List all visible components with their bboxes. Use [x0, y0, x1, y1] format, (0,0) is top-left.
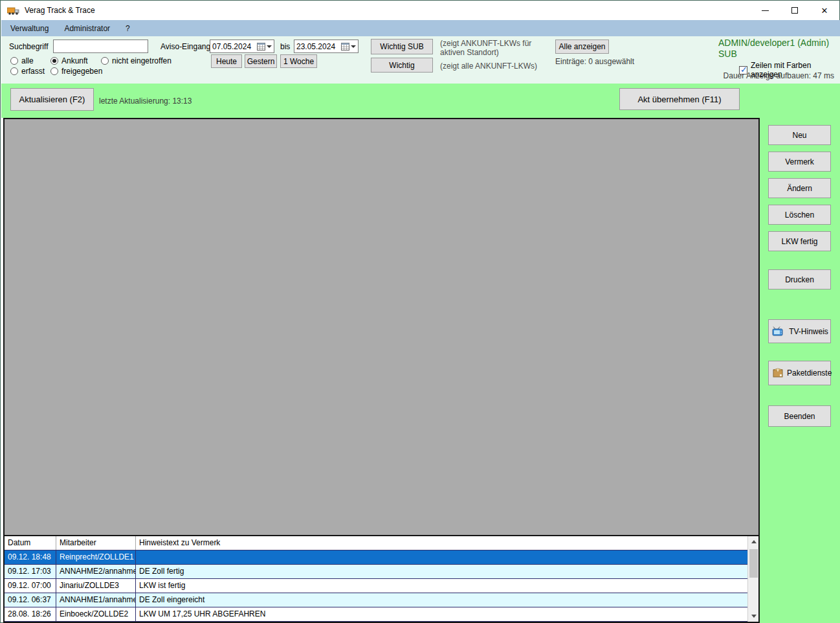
cell-mitarbeiter: ANNAHME2/annahme2 [56, 565, 136, 578]
tv-hinweis-label: TV-Hinweis [787, 327, 830, 336]
vermerk-button[interactable]: Vermerk [768, 152, 831, 172]
cell-datum: 28.08. 18:26 [5, 607, 56, 621]
paketdienste-button[interactable]: Paketdienste [768, 361, 831, 385]
table-row[interactable]: 09.12. 07:00 Jinariu/ZOLLDE3 LKW ist fer… [5, 579, 747, 593]
search-label: Suchbegriff [9, 42, 49, 51]
refresh-button[interactable]: Aktualisieren (F2) [10, 88, 94, 111]
radio-circle [10, 57, 18, 65]
filter-panel: Suchbegriff alle erfasst Ankunft freigeg… [1, 36, 840, 84]
table-row[interactable]: 09.12. 06:37 ANNAHME1/annahme1 DE Zoll e… [5, 593, 747, 607]
menu-help[interactable]: ? [119, 21, 137, 36]
radio-nicht-eingetroffen[interactable]: nicht eingetroffen [101, 56, 171, 65]
scrollbar-up-icon[interactable] [748, 536, 759, 547]
paketdienste-label: Paketdienste [787, 368, 832, 378]
tv-hinweis-button[interactable]: TV-Hinweis [768, 319, 831, 343]
menu-administrator[interactable]: Administrator [58, 21, 116, 36]
heute-button[interactable]: Heute [211, 54, 242, 68]
table-row[interactable]: 28.08. 18:26 Einboeck/ZOLLDE2 LKW UM 17,… [5, 607, 747, 622]
wichtig-button[interactable]: Wichtig [371, 58, 433, 73]
close-icon: ✕ [821, 6, 828, 16]
cell-hinweistext: LKW UM 17,25 UHR ABGEFAHREN [136, 607, 747, 621]
tv-icon [772, 326, 784, 337]
log-table: Datum Mitarbeiter Hinweistext zu Vermerk… [5, 535, 758, 622]
search-input[interactable] [53, 40, 148, 53]
duration-label: Dauer Anzeige aufbauen: 47 ms [724, 71, 834, 80]
user-line2: SUB [718, 49, 835, 60]
table-row[interactable]: 09.12. 17:03 ANNAHME2/annahme2 DE Zoll f… [5, 565, 747, 579]
cell-mitarbeiter: Jinariu/ZOLLDE3 [56, 579, 136, 593]
cell-mitarbeiter: Reinprecht/ZOLLDE1 [56, 550, 136, 564]
woche-button[interactable]: 1 Woche [280, 54, 317, 68]
column-header-datum[interactable]: Datum [5, 536, 56, 550]
wichtig-description: (zeigt alle ANKUNFT-LKWs) [440, 62, 569, 71]
cell-datum: 09.12. 06:37 [5, 593, 56, 607]
bis-label: bis [280, 42, 290, 51]
window-title: Verag Track & Trace [25, 6, 95, 15]
radio-erfasst[interactable]: erfasst [10, 67, 45, 76]
close-button[interactable]: ✕ [810, 1, 839, 20]
dropdown-arrow-icon [267, 45, 272, 48]
gestern-button[interactable]: Gestern [245, 54, 277, 68]
cell-datum: 09.12. 18:48 [5, 550, 56, 564]
user-line1: ADMIN/developer1 (Admin) [718, 38, 835, 49]
scrollbar-thumb[interactable] [749, 549, 758, 578]
minimize-icon [762, 10, 769, 11]
radio-freigegeben-label: freigegeben [61, 67, 102, 76]
cell-datum: 09.12. 07:00 [5, 579, 56, 593]
radio-erfasst-label: erfasst [21, 67, 45, 76]
title-bar: Verag Track & Trace ✕ [1, 1, 839, 20]
loeschen-button[interactable]: Löschen [768, 205, 831, 225]
menu-bar: Verwaltung Administrator ? [1, 20, 840, 36]
column-header-hinweistext[interactable]: Hinweistext zu Vermerk [136, 536, 747, 550]
radio-circle [101, 57, 109, 65]
last-refresh-label: letzte Aktualisierung: 13:13 [99, 96, 192, 106]
radio-ankunft-label: Ankunft [61, 56, 88, 65]
sidebar: Neu Vermerk Ändern Löschen LKW fertig Dr… [760, 118, 840, 623]
date-to-picker[interactable]: 23.05.2024 [294, 40, 359, 53]
aendern-button[interactable]: Ändern [768, 178, 831, 198]
beenden-button[interactable]: Beenden [768, 405, 831, 427]
radio-alle[interactable]: alle [10, 56, 34, 65]
table-header-row: Datum Mitarbeiter Hinweistext zu Vermerk [5, 536, 747, 550]
scrollbar-down-icon[interactable] [748, 611, 759, 622]
table-row[interactable]: 09.12. 18:48 Reinprecht/ZOLLDE1 [5, 550, 747, 565]
radio-ankunft[interactable]: Ankunft [50, 56, 88, 65]
calendar-icon [257, 43, 265, 51]
empty-grid-area [5, 119, 758, 535]
takeover-button[interactable]: Akt übernehmen (F11) [619, 88, 740, 110]
maximize-icon [791, 7, 798, 14]
aviso-label: Aviso-Eingang [160, 42, 210, 51]
radio-circle-checked [50, 57, 58, 65]
maximize-button[interactable] [780, 1, 810, 20]
entries-count-label: Einträge: 0 ausgewählt [555, 57, 634, 66]
cell-datum: 09.12. 17:03 [5, 565, 56, 578]
cell-mitarbeiter: ANNAHME1/annahme1 [56, 593, 136, 607]
cell-hinweistext [136, 550, 747, 564]
cell-mitarbeiter: Einboeck/ZOLLDE2 [56, 607, 136, 621]
lkw-fertig-button[interactable]: LKW fertig [768, 231, 831, 251]
drucken-button[interactable]: Drucken [768, 269, 831, 289]
radio-circle [50, 67, 58, 75]
date-from-picker[interactable]: 07.05.2024 [210, 40, 274, 53]
neu-button[interactable]: Neu [768, 125, 831, 145]
column-header-mitarbeiter[interactable]: Mitarbeiter [56, 536, 136, 550]
wichtig-sub-button[interactable]: Wichtig SUB [371, 39, 433, 54]
cell-hinweistext: DE Zoll fertig [136, 565, 747, 578]
calendar-icon [341, 43, 349, 51]
menu-verwaltung[interactable]: Verwaltung [4, 21, 55, 36]
radio-circle [10, 67, 18, 75]
user-info: ADMIN/developer1 (Admin) SUB [718, 38, 835, 59]
cell-hinweistext: LKW ist fertig [136, 579, 747, 593]
date-to-value: 23.05.2024 [296, 42, 341, 51]
app-window: Verag Track & Trace ✕ Verwaltung Adminis… [0, 0, 840, 623]
date-from-value: 07.05.2024 [212, 42, 257, 51]
radio-freigegeben[interactable]: freigegeben [50, 67, 102, 76]
table-scrollbar[interactable] [747, 536, 758, 622]
package-icon [772, 368, 784, 378]
cell-hinweistext: DE Zoll eingereicht [136, 593, 747, 607]
alle-anzeigen-button[interactable]: Alle anzeigen [555, 40, 609, 54]
main-area: Datum Mitarbeiter Hinweistext zu Vermerk… [3, 118, 760, 623]
truck-icon [7, 6, 20, 16]
action-bar: Aktualisieren (F2) letzte Aktualisierung… [1, 84, 840, 118]
minimize-button[interactable] [750, 1, 780, 20]
